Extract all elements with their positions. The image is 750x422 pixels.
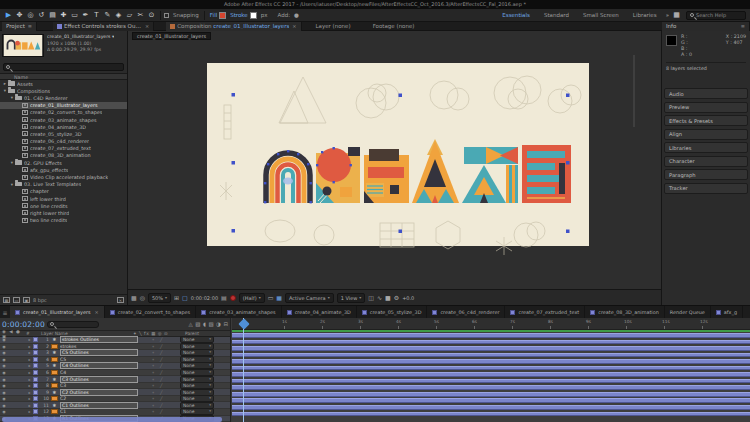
layer-color-chip[interactable]: [33, 344, 38, 349]
fill-label[interactable]: Fill: [210, 12, 217, 18]
layer-duration-bar[interactable]: [232, 346, 750, 351]
project-item-one-line-credits[interactable]: one line credits: [0, 202, 127, 209]
layer-name[interactable]: C3: [60, 383, 138, 388]
interpret-footage-icon[interactable]: ▩: [3, 297, 10, 303]
tool-shape[interactable]: ▭: [69, 9, 80, 21]
project-item-assets[interactable]: ▸Assets: [0, 80, 127, 87]
exposure-value[interactable]: +0.0: [402, 295, 414, 301]
layer-name[interactable]: strokes: [60, 344, 138, 349]
layer-name[interactable]: C3 Outlines: [60, 376, 138, 383]
playhead-line[interactable]: [243, 318, 244, 422]
stroke-swatch[interactable]: [250, 12, 257, 19]
tab-project[interactable]: Project ≡: [2, 22, 37, 31]
new-comp-icon[interactable]: ▣: [23, 297, 30, 303]
tab-composition[interactable]: Composition create_01_Illustrator_layers…: [166, 22, 301, 31]
eye-icon[interactable]: ◉: [0, 370, 8, 375]
timeline-tab-create-06-c4d-renderer[interactable]: create_06_c4d_renderer: [427, 306, 505, 319]
panel-preview[interactable]: Preview: [664, 102, 748, 113]
layer-color-chip[interactable]: [33, 357, 38, 362]
project-item-create-04-animate-3d[interactable]: create_04_animate_3D: [0, 123, 127, 130]
layer-color-chip[interactable]: [33, 396, 38, 401]
layer-color-chip[interactable]: [33, 350, 38, 355]
grid-guides-icon[interactable]: ⊞: [174, 294, 179, 301]
horizontal-scrollbar[interactable]: [2, 417, 222, 422]
close-icon[interactable]: ×: [145, 23, 149, 29]
viewer-timecode[interactable]: 0:00:02:00: [191, 295, 218, 301]
tool-hand[interactable]: ✥: [14, 9, 25, 21]
layer-switches[interactable]: ⚬ ╱: [138, 377, 178, 382]
eye-icon[interactable]: ◉: [0, 383, 8, 388]
project-item-left-lower-third[interactable]: left lower third: [0, 195, 127, 202]
snapshot-icon[interactable]: ▤: [221, 294, 227, 301]
layer-switches[interactable]: ⚬ ╱: [138, 409, 178, 414]
tool-clone-stamp[interactable]: ◈: [113, 9, 124, 21]
channel-icon[interactable]: [230, 295, 236, 301]
project-item-create-01-illustrator-layers[interactable]: create_01_Illustrator_layers: [0, 102, 127, 109]
workspace-overflow-icon[interactable]: »: [666, 12, 669, 18]
layer-color-chip[interactable]: [33, 377, 38, 382]
layer-duration-bar[interactable]: [232, 340, 750, 345]
layer-color-chip[interactable]: [33, 403, 38, 408]
eye-icon[interactable]: ◉: [0, 363, 8, 368]
draft-3d-icon[interactable]: ▨: [195, 321, 200, 327]
motion-blur-icon[interactable]: ◑: [216, 321, 221, 327]
panel-menu-icon[interactable]: ≡: [0, 309, 10, 316]
name-column-header[interactable]: Name: [0, 73, 127, 80]
project-item-afx-gpu-effects[interactable]: afx_gpu_effects: [0, 166, 127, 173]
layer-switches[interactable]: ⚬ ╱: [138, 396, 178, 401]
always-preview-icon[interactable]: ▩: [131, 294, 137, 301]
layer-name[interactable]: C1 Outlines: [60, 402, 138, 409]
panel-character[interactable]: Character: [664, 156, 748, 167]
layer-switches[interactable]: ⚬ ╱: [138, 344, 178, 349]
layer-switches[interactable]: ⚬ ╱: [138, 383, 178, 388]
add-button[interactable]: ●: [294, 12, 299, 18]
layer-name[interactable]: C2 Outlines: [60, 389, 138, 396]
eye-icon[interactable]: ◉: [0, 350, 8, 355]
workspace-standard[interactable]: Standard: [544, 12, 569, 18]
workspace-essentials[interactable]: Essentials: [502, 12, 530, 18]
layer-duration-bar[interactable]: [232, 398, 750, 403]
tab-effect-controls[interactable]: Effect Controls strokes Outlin ×: [53, 22, 154, 31]
project-item-create-06-c4d-renderer[interactable]: create_06_c4d_renderer: [0, 138, 127, 145]
project-item-create-02-convert-to-shapes[interactable]: create_02_convert_to_shapes: [0, 109, 127, 116]
expand-arrow-icon[interactable]: ▸: [26, 377, 33, 382]
panel-paragraph[interactable]: Paragraph: [664, 169, 748, 180]
layer-duration-bar[interactable]: [232, 333, 750, 338]
timeline-tab-create-04-animate-3d[interactable]: create_04_animate_3D: [282, 306, 357, 319]
expand-arrow-icon[interactable]: ▸: [26, 344, 33, 349]
camera-dropdown[interactable]: Active Camera▾: [285, 293, 334, 303]
close-icon[interactable]: ×: [292, 23, 296, 29]
project-bpc-label[interactable]: 8 bpc: [33, 297, 47, 303]
expand-arrow-icon[interactable]: ▸: [26, 370, 33, 375]
panel-effects-presets[interactable]: Effects & Presets: [664, 115, 748, 126]
mask-visibility-icon[interactable]: ▢: [182, 294, 188, 301]
region-of-interest-icon[interactable]: ▭: [268, 294, 274, 301]
expand-arrow-icon[interactable]: ▸: [26, 363, 33, 368]
timeline-tab-create-01-illustrator-layers[interactable]: create_01_Illustrator_layers×: [10, 306, 105, 319]
tool-rotate[interactable]: ↺: [36, 9, 47, 21]
layer-switches[interactable]: ⚬ ╱: [138, 370, 178, 375]
comp-thumbnail[interactable]: [2, 34, 44, 57]
expand-arrow-icon[interactable]: ▸: [26, 396, 33, 401]
parent-header[interactable]: Parent: [185, 331, 230, 336]
hide-shy-icon[interactable]: ◖: [203, 321, 206, 327]
workspace-grid-icon[interactable]: ▦: [671, 9, 682, 21]
layer-color-chip[interactable]: [33, 383, 38, 388]
layer-color-chip[interactable]: [33, 409, 38, 414]
tab-footage[interactable]: Footage (none): [369, 22, 419, 31]
expand-arrow-icon[interactable]: ▸: [26, 409, 33, 414]
layer-duration-bar[interactable]: [232, 379, 750, 384]
timeline-tab-afx-g[interactable]: afx_g: [711, 306, 743, 319]
snapping-checkbox[interactable]: [164, 13, 169, 18]
project-item-right-lower-third[interactable]: right lower third: [0, 209, 127, 216]
tool-type[interactable]: T: [91, 9, 102, 21]
layer-name[interactable]: C4 Outlines: [60, 362, 138, 369]
expand-arrow-icon[interactable]: ▸: [26, 390, 33, 395]
project-item-create-07-extruded-text[interactable]: create_07_extruded_text: [0, 145, 127, 152]
layer-switches[interactable]: ⚬ ╱: [138, 357, 178, 362]
magnification-icon[interactable]: ◎: [140, 294, 145, 301]
parent-dropdown[interactable]: None▾: [180, 369, 214, 376]
composition-canvas[interactable]: [128, 41, 661, 289]
zoom-dropdown[interactable]: 50%▾: [148, 293, 171, 303]
panel-menu-icon[interactable]: ≡: [28, 23, 32, 29]
